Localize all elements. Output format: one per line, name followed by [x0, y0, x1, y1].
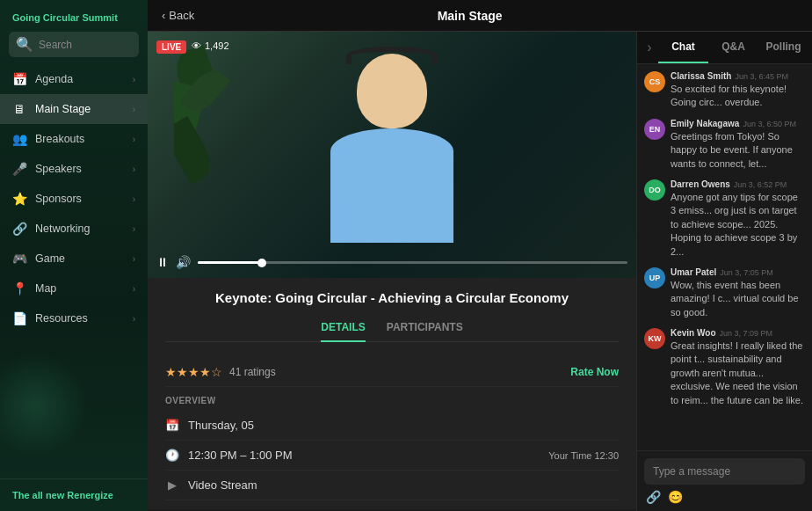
back-button[interactable]: ‹ Back	[162, 9, 194, 22]
star-rating: ★★★★☆	[165, 365, 222, 379]
detail-row-label: Video Stream	[188, 478, 619, 492]
chat-tab-chat[interactable]: Chat	[658, 32, 708, 63]
progress-bar[interactable]	[198, 261, 627, 264]
message-author: Clarissa Smith	[671, 71, 731, 81]
sidebar-item-speakers[interactable]: 🎤 Speakers ›	[0, 154, 148, 184]
chat-expand-icon[interactable]: ›	[641, 32, 658, 63]
detail-rows: 📅 Thursday, 05 🕐 12:30 PM – 1:00 PM Your…	[165, 411, 619, 500]
app-logo: Going Circular Summit	[0, 0, 148, 32]
viewer-count-area: 👁 1,492	[192, 40, 229, 51]
message-body: Kevin Woo Jun 3, 7:09 PM Great insights!…	[671, 328, 805, 407]
message-header: Emily Nakagawa Jun 3, 6:50 PM	[671, 119, 805, 128]
avatar: EN	[644, 119, 665, 140]
back-arrow-icon: ‹	[162, 9, 165, 22]
resources-icon: 📄	[12, 311, 26, 325]
pause-button[interactable]: ⏸	[156, 255, 169, 269]
rating-row: ★★★★☆ 41 ratings Rate Now	[165, 358, 619, 387]
rate-now-button[interactable]: Rate Now	[570, 366, 619, 378]
sidebar-nav: 📅 Agenda › 🖥 Main Stage › 👥 Breakouts › …	[0, 64, 148, 478]
progress-fill	[198, 261, 262, 264]
message-body: Umar Patel Jun 3, 7:05 PM Wow, this even…	[671, 267, 805, 319]
back-label: Back	[169, 9, 194, 22]
message-body: Emily Nakagawa Jun 3, 6:50 PM Greetings …	[671, 119, 805, 171]
detail-row-icon: 🕐	[165, 449, 179, 462]
headphones	[346, 47, 438, 64]
sidebar-item-label: Agenda	[35, 73, 124, 85]
sidebar-item-label: Main Stage	[35, 103, 124, 115]
chat-input-area: Type a message 🔗 😊	[637, 450, 812, 511]
breakouts-icon: 👥	[12, 132, 26, 146]
main-stage-icon: 🖥	[12, 102, 26, 116]
sidebar-item-label: Speakers	[35, 163, 124, 175]
map-icon: 📍	[12, 281, 26, 296]
chat-message: KW Kevin Woo Jun 3, 7:09 PM Great insigh…	[644, 328, 805, 407]
sidebar-item-label: Breakouts	[35, 133, 124, 145]
search-input[interactable]	[39, 39, 132, 51]
app-name: Going Circular Summit	[12, 12, 135, 23]
chevron-right-icon: ›	[133, 224, 135, 234]
avatar: UP	[644, 267, 665, 288]
sidebar-item-networking[interactable]: 🔗 Networking ›	[0, 214, 148, 244]
sidebar-item-game[interactable]: 🎮 Game ›	[0, 244, 148, 274]
detail-row-icon: 📅	[165, 419, 179, 432]
sidebar-item-sponsors[interactable]: ⭐ Sponsors ›	[0, 184, 148, 214]
game-icon: 🎮	[12, 252, 26, 266]
video-section: LIVE 👁 1,492 ⏸ 🔊 Keynote	[148, 32, 636, 511]
detail-row-icon: ▶	[165, 478, 179, 492]
video-player: LIVE 👁 1,492 ⏸ 🔊	[148, 32, 636, 278]
chat-actions: 🔗 😊	[644, 490, 805, 504]
sidebar: Going Circular Summit 🔍 📅 Agenda › 🖥 Mai…	[0, 0, 148, 511]
sidebar-item-agenda[interactable]: 📅 Agenda ›	[0, 64, 148, 94]
sidebar-item-breakouts[interactable]: 👥 Breakouts ›	[0, 124, 148, 154]
message-time: Jun 3, 7:05 PM	[720, 268, 773, 277]
sidebar-item-label: Game	[35, 252, 124, 265]
chat-input[interactable]: Type a message	[644, 458, 805, 485]
eye-icon: 👁	[192, 40, 201, 51]
presenter-head	[357, 54, 427, 128]
chat-message: UP Umar Patel Jun 3, 7:05 PM Wow, this e…	[644, 267, 805, 319]
message-text: Greetings from Tokyo! So happy to be eve…	[671, 130, 805, 171]
message-header: Clarissa Smith Jun 3, 6:45 PM	[671, 71, 805, 81]
message-time: Jun 3, 6:45 PM	[735, 72, 788, 81]
chat-tab-polling[interactable]: Polling	[758, 32, 808, 63]
content-area: LIVE 👁 1,492 ⏸ 🔊 Keynote	[148, 32, 812, 511]
agenda-icon: 📅	[12, 72, 26, 86]
message-body: Darren Owens Jun 3, 6:52 PM Anyone got a…	[671, 179, 805, 259]
sidebar-item-map[interactable]: 📍 Map ›	[0, 274, 148, 303]
message-header: Darren Owens Jun 3, 6:52 PM	[671, 179, 805, 189]
sidebar-item-main-stage[interactable]: 🖥 Main Stage ›	[0, 94, 148, 124]
volume-button[interactable]: 🔊	[176, 255, 191, 269]
sidebar-item-resources[interactable]: 📄 Resources ›	[0, 303, 148, 333]
networking-icon: 🔗	[12, 222, 26, 236]
sidebar-footer: The all new Renergize	[0, 478, 148, 511]
chevron-right-icon: ›	[133, 284, 135, 294]
message-author: Kevin Woo	[671, 328, 715, 338]
detail-row-label: 12:30 PM – 1:00 PM	[188, 449, 540, 462]
live-badge: LIVE	[156, 40, 186, 54]
chat-tabs: › ChatQ&APolling	[637, 32, 812, 64]
emoji-icon[interactable]: 😊	[668, 490, 683, 504]
sidebar-item-label: Resources	[35, 312, 124, 325]
chat-tab-qa[interactable]: Q&A	[708, 32, 758, 63]
chevron-right-icon: ›	[133, 164, 135, 174]
chevron-right-icon: ›	[133, 105, 135, 114]
chat-messages: CS Clarissa Smith Jun 3, 6:45 PM So exci…	[637, 64, 812, 450]
tab-participants[interactable]: PARTICIPANTS	[387, 314, 463, 342]
video-background	[148, 32, 636, 278]
avatar: DO	[644, 179, 665, 201]
chat-input-placeholder: Type a message	[653, 465, 730, 478]
search-icon: 🔍	[16, 36, 33, 53]
rating-count: 41 ratings	[229, 366, 276, 378]
avatar: KW	[644, 328, 665, 349]
message-text: Anyone got any tips for scope 3 emiss...…	[671, 191, 805, 259]
page-title: Main Stage	[194, 9, 745, 23]
message-header: Kevin Woo Jun 3, 7:09 PM	[671, 328, 805, 338]
speakers-icon: 🎤	[12, 162, 26, 176]
plant-decoration	[174, 32, 244, 278]
detail-row: ▶ Video Stream	[165, 471, 619, 500]
link-icon[interactable]: 🔗	[646, 490, 661, 504]
tab-details[interactable]: DETAILS	[321, 314, 365, 342]
detail-row: 📅 Thursday, 05	[165, 411, 619, 441]
search-bar[interactable]: 🔍	[9, 32, 139, 57]
session-info: Keynote: Going Circular - Achieving a Ci…	[148, 278, 636, 349]
